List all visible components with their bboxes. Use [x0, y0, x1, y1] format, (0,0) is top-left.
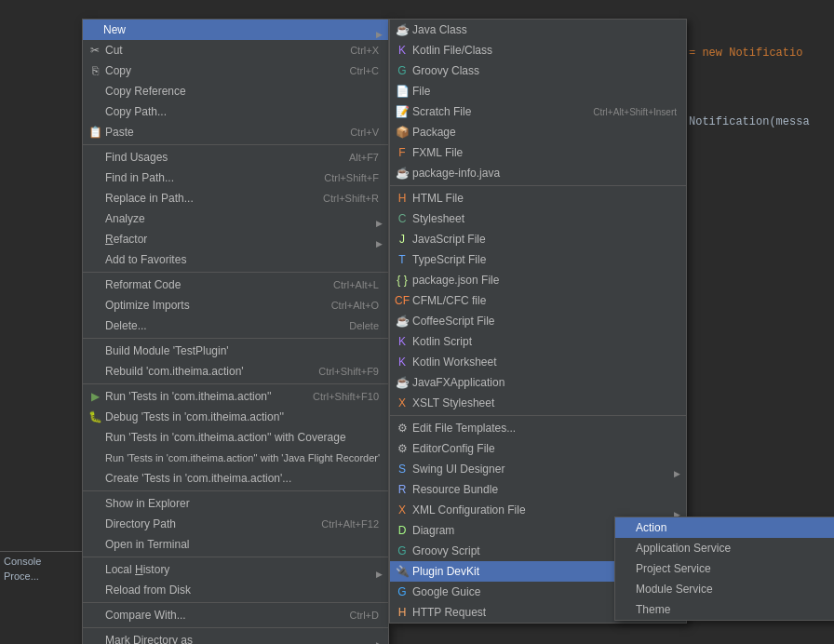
menu-item-run-coverage-label: Run 'Tests in 'com.itheima.action'' with…: [105, 431, 383, 444]
menu-item-analyze-label: Analyze: [105, 212, 379, 225]
menu-item-editorconfig-file[interactable]: ⚙ EditorConfig File: [390, 438, 686, 459]
menu-item-find-usages[interactable]: Find Usages Alt+F7: [83, 147, 388, 168]
swing-designer-label: Swing UI Designer: [412, 463, 677, 476]
menu-item-add-to-favorites-label: Add to Favorites: [105, 253, 383, 266]
menu-item-cut-label: Cut: [105, 44, 331, 57]
menu-item-fxml-file[interactable]: F FXML File: [390, 142, 686, 163]
menu-item-module-service[interactable]: Module Service: [615, 579, 834, 599]
http-icon: H: [394, 606, 410, 619]
menu-item-package-info[interactable]: ☕ package-info.java: [390, 163, 686, 183]
menu-item-cfml-file[interactable]: CF CFML/CFC file: [390, 290, 686, 311]
scratch-icon: 📝: [394, 105, 410, 118]
js-icon: J: [394, 233, 410, 246]
menu-item-open-terminal[interactable]: Open in Terminal: [83, 534, 388, 555]
menu-item-optimize-imports-label: Optimize Imports: [105, 299, 313, 312]
find-usages-shortcut: Alt+F7: [349, 152, 383, 163]
menu-item-find-in-path[interactable]: Find in Path... Ctrl+Shift+F: [83, 168, 388, 188]
menu-item-javafx-app[interactable]: ☕ JavaFXApplication: [390, 372, 686, 393]
menu-item-compare-with[interactable]: Compare With... Ctrl+D: [83, 605, 388, 625]
menu-item-coffee-file[interactable]: ☕ CoffeeScript File: [390, 311, 686, 331]
menu-item-resource-bundle[interactable]: R Resource Bundle: [390, 479, 686, 500]
menu-item-project-service[interactable]: Project Service: [615, 558, 834, 579]
new-sep-2: [390, 415, 686, 416]
menu-item-run-jfr-label: Run 'Tests in 'com.itheima.action'' with…: [105, 452, 383, 463]
menu-item-new[interactable]: New: [83, 20, 388, 40]
menu-item-stylesheet[interactable]: C Stylesheet: [390, 208, 686, 229]
fxml-icon: F: [394, 146, 410, 159]
json-file-label: package.json File: [412, 274, 680, 287]
menu-item-analyze[interactable]: Analyze: [83, 208, 388, 229]
menu-item-refactor[interactable]: Refactor: [83, 229, 388, 249]
menu-item-refactor-label: Refactor: [105, 233, 379, 246]
menu-item-cut[interactable]: ✂ Cut Ctrl+X: [83, 40, 388, 60]
menu-item-run-coverage[interactable]: Run 'Tests in 'com.itheima.action'' with…: [83, 427, 388, 448]
separator-4: [83, 383, 388, 384]
application-service-label: Application Service: [636, 542, 834, 555]
menu-item-edit-file-templates[interactable]: ⚙ Edit File Templates...: [390, 418, 686, 438]
menu-item-directory-path[interactable]: Directory Path Ctrl+Alt+F12: [83, 514, 388, 534]
menu-item-show-explorer-label: Show in Explorer: [105, 497, 383, 510]
menu-item-open-terminal-label: Open in Terminal: [105, 538, 383, 551]
menu-item-xslt-stylesheet[interactable]: X XSLT Stylesheet: [390, 393, 686, 413]
diagram-icon: D: [394, 524, 410, 537]
menu-item-reload-from-disk[interactable]: Reload from Disk: [83, 580, 388, 600]
menu-item-add-to-favorites[interactable]: Add to Favorites: [83, 249, 388, 270]
menu-item-ts-file[interactable]: T TypeScript File: [390, 249, 686, 270]
menu-item-groovy-class[interactable]: G Groovy Class: [390, 60, 686, 81]
code-line-1: = new Notificatio: [689, 47, 830, 60]
menu-item-copy[interactable]: ⎘ Copy Ctrl+C: [83, 60, 388, 81]
menu-item-scratch-file[interactable]: 📝 Scratch File Ctrl+Alt+Shift+Insert: [390, 101, 686, 122]
menu-item-compare-with-label: Compare With...: [105, 609, 331, 622]
menu-item-replace-in-path[interactable]: Replace in Path... Ctrl+Shift+R: [83, 188, 388, 208]
menu-item-action[interactable]: Action: [615, 517, 834, 538]
menu-item-kotlin-worksheet[interactable]: K Kotlin Worksheet: [390, 352, 686, 372]
menu-item-kotlin-script[interactable]: K Kotlin Script: [390, 331, 686, 352]
menu-item-copy-reference[interactable]: Copy Reference: [83, 81, 388, 101]
menu-item-swing-ui-designer[interactable]: S Swing UI Designer: [390, 459, 686, 479]
menu-item-local-history-label: Local History: [105, 563, 379, 576]
menu-item-local-history[interactable]: Local History: [83, 559, 388, 580]
directory-path-shortcut: Ctrl+Alt+F12: [321, 518, 383, 530]
menu-item-json-file[interactable]: { } package.json File: [390, 270, 686, 290]
menu-item-optimize-imports[interactable]: Optimize Imports Ctrl+Alt+O: [83, 295, 388, 315]
file-label: File: [412, 85, 680, 98]
context-menu-primary: New ✂ Cut Ctrl+X ⎘ Copy Ctrl+C Copy Refe…: [82, 19, 389, 644]
menu-item-theme[interactable]: Theme: [615, 599, 834, 620]
menu-item-copy-label: Copy: [105, 64, 331, 77]
menu-item-js-file[interactable]: J JavaScript File: [390, 229, 686, 249]
menu-item-build-module[interactable]: Build Module 'TestPlugin': [83, 341, 388, 361]
coffee-file-label: CoffeeScript File: [412, 315, 680, 328]
menu-item-mark-directory-label: Mark Directory as: [105, 634, 379, 644]
console-tab[interactable]: Console: [4, 556, 89, 567]
menu-item-html-file[interactable]: H HTML File: [390, 188, 686, 208]
menu-item-paste[interactable]: 📋 Paste Ctrl+V: [83, 122, 388, 142]
css-icon: C: [394, 212, 410, 225]
menu-item-debug-tests[interactable]: 🐛 Debug 'Tests in 'com.itheima.action'': [83, 407, 388, 427]
menu-item-mark-directory[interactable]: Mark Directory as: [83, 630, 388, 644]
menu-item-file[interactable]: 📄 File: [390, 81, 686, 101]
menu-item-run-tests[interactable]: ▶ Run 'Tests in 'com.itheima.action'' Ct…: [83, 386, 388, 407]
project-service-label: Project Service: [636, 562, 834, 575]
menu-item-run-jfr[interactable]: Run 'Tests in 'com.itheima.action'' with…: [83, 448, 388, 468]
run-tests-shortcut: Ctrl+Shift+F10: [313, 391, 383, 402]
menu-item-reformat-code[interactable]: Reformat Code Ctrl+Alt+L: [83, 275, 388, 295]
rebuild-shortcut: Ctrl+Shift+F9: [318, 366, 383, 377]
new-sep-1: [390, 185, 686, 186]
menu-item-copy-path[interactable]: Copy Path...: [83, 101, 388, 122]
menu-item-kotlin-class[interactable]: K Kotlin File/Class: [390, 40, 686, 60]
menu-item-java-class[interactable]: ☕ Java Class: [390, 20, 686, 40]
kotlin-worksheet-icon: K: [394, 356, 410, 369]
fxml-file-label: FXML File: [412, 146, 680, 159]
menu-item-create-tests[interactable]: Create 'Tests in 'com.itheima.action'...: [83, 468, 388, 489]
menu-item-application-service[interactable]: Application Service: [615, 538, 834, 558]
editorconfig-file-label: EditorConfig File: [412, 442, 680, 455]
coffee-icon: ☕: [394, 315, 410, 328]
menu-item-package[interactable]: 📦 Package: [390, 122, 686, 142]
optimize-shortcut: Ctrl+Alt+O: [331, 300, 383, 311]
js-file-label: JavaScript File: [412, 233, 680, 246]
menu-item-show-explorer[interactable]: Show in Explorer: [83, 493, 388, 514]
stylesheet-label: Stylesheet: [412, 212, 680, 225]
menu-item-rebuild[interactable]: Rebuild 'com.itheima.action' Ctrl+Shift+…: [83, 361, 388, 382]
menu-item-delete[interactable]: Delete... Delete: [83, 315, 388, 336]
json-icon: { }: [394, 274, 410, 287]
